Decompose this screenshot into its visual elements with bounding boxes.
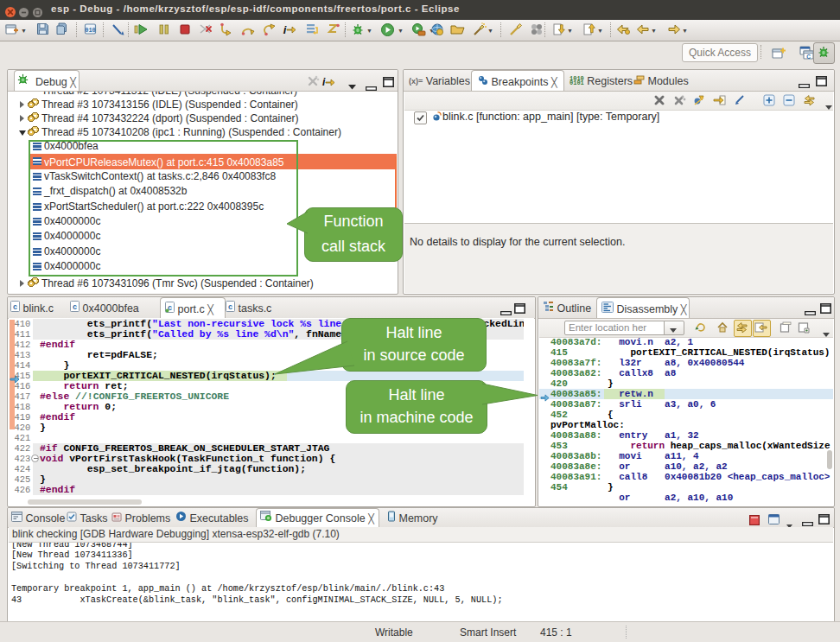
svg-text:c: c <box>13 302 17 311</box>
svg-text:c: c <box>228 302 232 311</box>
svg-text:C: C <box>806 54 811 60</box>
svg-text:c: c <box>73 302 77 311</box>
svg-text:010: 010 <box>85 27 96 34</box>
